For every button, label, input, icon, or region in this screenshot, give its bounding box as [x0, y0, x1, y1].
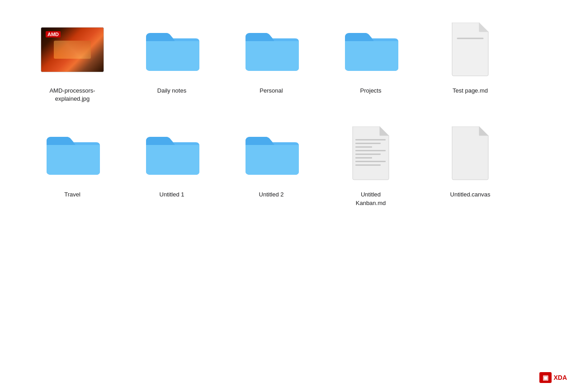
- document-svg-canvas: [448, 126, 493, 181]
- folder-icon-untitled2: [242, 129, 301, 178]
- amd-image-preview: [41, 28, 104, 72]
- image-icon-wrapper: [41, 18, 104, 81]
- folder-icon-wrapper-daily: [140, 18, 203, 81]
- file-label-untitled1: Untitled 1: [158, 190, 186, 200]
- folder-icon-projects: [341, 25, 400, 75]
- file-item-personal[interactable]: Personal: [226, 18, 316, 104]
- file-item-travel[interactable]: Travel: [27, 122, 118, 208]
- folder-icon-wrapper-untitled1: [140, 122, 203, 185]
- file-item-kanban[interactable]: UntitledKanban.md: [326, 122, 416, 208]
- doc-icon-canvas: [448, 126, 493, 181]
- file-item-daily-notes[interactable]: Daily notes: [127, 18, 217, 104]
- file-label-test-page: Test page.md: [451, 86, 490, 96]
- amd-thumbnail: [41, 27, 104, 72]
- file-label-projects: Projects: [359, 86, 383, 96]
- doc-line-2: [355, 143, 381, 144]
- doc-icon-kanban: [348, 126, 393, 181]
- file-label-canvas: Untitled.canvas: [449, 190, 492, 200]
- file-label-travel: Travel: [62, 190, 82, 200]
- file-item-amd-image[interactable]: AMD-processors- explained.jpg: [27, 18, 118, 104]
- doc-line-1: [355, 139, 386, 140]
- folder-icon-wrapper-projects: [339, 18, 402, 81]
- file-item-test-page[interactable]: Test page.md: [425, 18, 515, 104]
- xda-watermark: ▣ XDA: [539, 372, 567, 383]
- file-item-projects[interactable]: Projects: [326, 18, 416, 104]
- folder-icon-personal: [242, 25, 301, 75]
- doc-line-4: [355, 150, 386, 151]
- file-grid: AMD-processors- explained.jpg Daily note…: [0, 0, 576, 226]
- file-label-amd: AMD-processors- explained.jpg: [36, 86, 109, 104]
- document-svg-test: [448, 23, 493, 77]
- file-item-untitled2[interactable]: Untitled 2: [226, 122, 316, 208]
- kanban-doc-lines: [355, 139, 389, 166]
- xda-text: XDA: [553, 374, 567, 381]
- folder-icon-wrapper-travel: [41, 122, 104, 185]
- doc-line-6: [355, 157, 372, 159]
- doc-line-7: [355, 161, 386, 162]
- doc-icon-test: [448, 23, 493, 77]
- doc-line-5: [355, 154, 381, 155]
- doc-line-3: [355, 146, 372, 148]
- file-label-personal: Personal: [258, 86, 284, 96]
- folder-icon-travel: [43, 129, 102, 178]
- file-item-canvas[interactable]: Untitled.canvas: [425, 122, 515, 208]
- file-label-daily-notes: Daily notes: [156, 86, 188, 96]
- doc-line-8: [355, 164, 381, 166]
- file-label-untitled2: Untitled 2: [257, 190, 286, 200]
- doc-icon-wrapper-test: [439, 18, 502, 81]
- folder-icon-wrapper-untitled2: [240, 122, 303, 185]
- file-label-kanban: UntitledKanban.md: [354, 190, 388, 208]
- doc-icon-wrapper-kanban: [339, 122, 402, 185]
- folder-icon-daily: [142, 25, 201, 75]
- xda-logo-icon: ▣: [543, 374, 548, 381]
- file-item-untitled1[interactable]: Untitled 1: [127, 122, 217, 208]
- folder-icon-wrapper-personal: [240, 18, 303, 81]
- doc-icon-wrapper-canvas: [439, 122, 502, 185]
- folder-icon-untitled1: [142, 129, 201, 178]
